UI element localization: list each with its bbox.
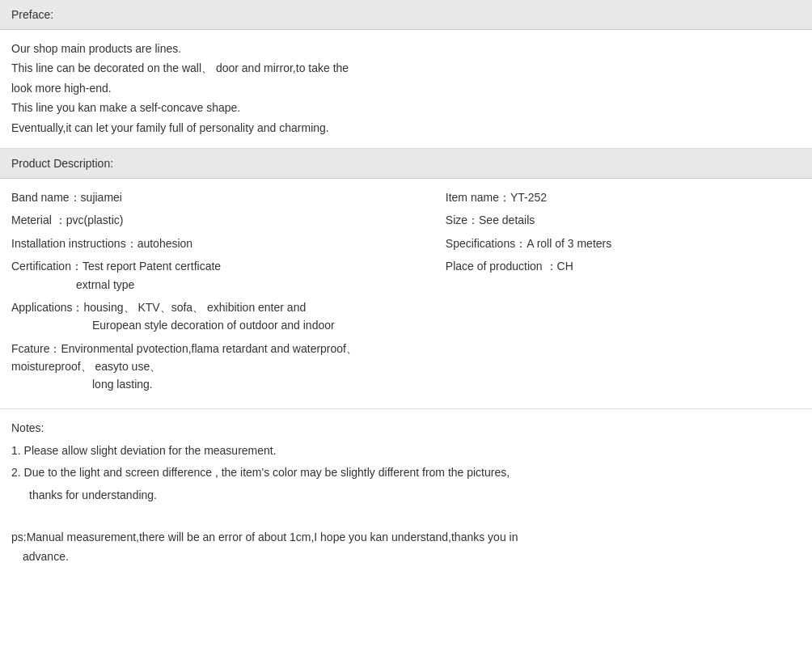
size-label: Size： bbox=[446, 214, 479, 226]
certification-label: Certification： bbox=[11, 260, 82, 273]
band-name-label: Band name： bbox=[11, 191, 81, 204]
band-name-row: Band name：sujiamei bbox=[11, 188, 438, 206]
preface-line-2: This line can be decorated on the wall、 … bbox=[11, 59, 801, 77]
product-desc-right: Item name：YT-252 Size：See details Specif… bbox=[446, 188, 801, 399]
product-desc-left: Band name：sujiamei Meterial ：pvc(plastic… bbox=[11, 188, 446, 399]
item-name-value: YT-252 bbox=[510, 191, 547, 204]
size-value: See details bbox=[479, 214, 535, 226]
material-label: Meterial ： bbox=[11, 214, 66, 226]
feature-row: Fcature：Environmental pvotection,flama r… bbox=[11, 340, 438, 394]
item-name-label: Item name： bbox=[446, 191, 510, 204]
applications-label: Applications： bbox=[11, 301, 84, 314]
feature-value: Environmental pvotection,flama retardant… bbox=[11, 342, 357, 373]
note-1: 1. Please allow slight deviation for the… bbox=[11, 442, 801, 461]
notes-header: Notes: bbox=[11, 419, 801, 438]
preface-line-1: Our shop main products are lines. bbox=[11, 40, 801, 57]
applications-value2: European style decoration of outdoor and… bbox=[11, 316, 438, 334]
place-value: CH bbox=[557, 260, 573, 273]
specifications-row: Specifications：A roll of 3 meters bbox=[446, 235, 801, 252]
product-desc-content: Band name：sujiamei Meterial ：pvc(plastic… bbox=[0, 179, 812, 408]
certification-value: Test report Patent certficate bbox=[82, 260, 221, 273]
product-desc-header-text: Product Description: bbox=[11, 157, 113, 170]
specifications-label: Specifications： bbox=[446, 237, 527, 250]
preface-line-3: look more high-end. bbox=[11, 79, 801, 97]
preface-line-5: Eventually,it can let your family full o… bbox=[11, 119, 801, 137]
ps-section: ps:Manual measurement,there will be an e… bbox=[0, 518, 812, 583]
ps-text2: advance. bbox=[11, 548, 801, 567]
page-container: Preface: Our shop main products are line… bbox=[0, 0, 812, 583]
material-value: pvc(plastic) bbox=[66, 214, 124, 226]
certification-row: Certification：Test report Patent certfic… bbox=[11, 257, 438, 294]
band-name-value: sujiamei bbox=[81, 191, 122, 204]
applications-row: Applications：housing、 KTV、sofa、 exhibiti… bbox=[11, 298, 438, 335]
note-2: 2. Due to the light and screen differenc… bbox=[11, 463, 801, 483]
preface-header-text: Preface: bbox=[11, 8, 53, 21]
applications-value: housing、 KTV、sofa、 exhibition enter and bbox=[84, 301, 307, 314]
size-row: Size：See details bbox=[446, 211, 801, 229]
material-row: Meterial ：pvc(plastic) bbox=[11, 211, 438, 229]
specifications-value: A roll of 3 meters bbox=[527, 237, 611, 250]
note-2-indent: thanks for understanding. bbox=[11, 486, 801, 505]
installation-row: Installation instructions：autohesion bbox=[11, 235, 438, 252]
place-label: Place of production ： bbox=[446, 260, 557, 273]
preface-content: Our shop main products are lines. This l… bbox=[0, 30, 812, 149]
product-desc-header: Product Description: bbox=[0, 149, 812, 179]
installation-label: Installation instructions： bbox=[11, 237, 137, 250]
feature-label: Fcature： bbox=[11, 342, 61, 355]
product-desc-grid: Band name：sujiamei Meterial ：pvc(plastic… bbox=[11, 188, 801, 399]
preface-header: Preface: bbox=[0, 0, 812, 30]
certification-value2: extrnal type bbox=[11, 276, 438, 294]
preface-line-4: This line you kan make a self-concave sh… bbox=[11, 99, 801, 116]
feature-value2: long lasting. bbox=[11, 375, 438, 393]
installation-value: autohesion bbox=[137, 237, 193, 250]
item-name-row: Item name：YT-252 bbox=[446, 188, 801, 206]
place-row: Place of production ：CH bbox=[446, 257, 801, 275]
ps-text: ps:Manual measurement,there will be an e… bbox=[11, 528, 801, 548]
notes-section: Notes: 1. Please allow slight deviation … bbox=[0, 408, 812, 518]
